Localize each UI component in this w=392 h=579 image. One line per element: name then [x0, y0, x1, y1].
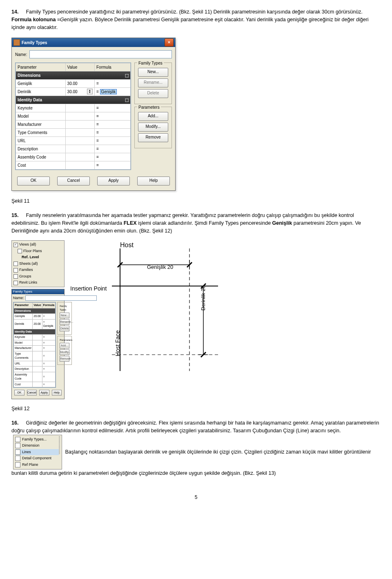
para14-formula-lead: Formula kolonuna: [11, 17, 57, 22]
cancel-button[interactable]: Cancel: [57, 177, 90, 186]
design-bar-snippet: Family Types... Dimension Lines Detail C…: [13, 435, 62, 470]
grip-icon[interactable]: [59, 436, 60, 454]
formula-selected[interactable]: Genişlik: [100, 89, 117, 94]
ok-button[interactable]: OK: [17, 177, 50, 186]
remove-button[interactable]: Remove: [138, 133, 168, 142]
section-dimensions[interactable]: Dimensions⬚: [16, 72, 131, 80]
para14-a: Family Types penceresinde yarattığınız i…: [26, 9, 362, 15]
section-identity[interactable]: Identity Data⬚: [16, 96, 131, 104]
spinner-icon[interactable]: ▴▾: [87, 89, 93, 94]
col-parameter[interactable]: Parameter: [16, 63, 66, 72]
help-button[interactable]: Help: [137, 177, 170, 186]
mini-family-types-dialog: Family Types Name: ParameterValueFormula…: [11, 289, 65, 400]
para-15: 15. Family nesnelerin yaratılmasında her…: [11, 212, 381, 235]
row-genislik[interactable]: Genişlik 30.00 =: [16, 80, 131, 88]
detail-comp-icon[interactable]: [15, 456, 20, 461]
tree-expand-icon[interactable]: [13, 243, 18, 247]
table-row[interactable]: URL=: [16, 137, 131, 145]
table-row[interactable]: Cost=: [16, 161, 131, 170]
dialog-title: Family Types: [22, 40, 47, 46]
caption-12: Şekil 12: [11, 405, 381, 413]
rename-button: Rename...: [138, 78, 168, 87]
page-number: 5: [11, 494, 381, 501]
name-input[interactable]: [29, 50, 172, 58]
delete-button: Delete: [138, 89, 168, 98]
col-value[interactable]: Value: [65, 63, 94, 72]
lines-icon[interactable]: [15, 449, 20, 455]
family-types-dialog: Family Types × Name: Parameter Value For…: [11, 38, 176, 191]
item-num-16: 16.: [11, 419, 24, 427]
item-num-14: 14.: [11, 8, 24, 16]
table-row[interactable]: Assembly Code=: [16, 153, 131, 161]
apply-button[interactable]: Apply: [97, 177, 130, 186]
close-icon[interactable]: ×: [165, 38, 174, 47]
table-row[interactable]: Model=: [16, 112, 131, 121]
table-row[interactable]: Keynote=: [16, 104, 131, 112]
para14-formula-val: =Genişlik: [57, 17, 78, 22]
ref-plane-icon[interactable]: [15, 462, 20, 467]
table-row[interactable]: Type Comments=: [16, 129, 131, 137]
group-parameters: Parameters Add... Modify... Remove: [134, 107, 172, 148]
table-row[interactable]: Description=: [16, 145, 131, 153]
label-insertion: Insertion Point: [70, 284, 107, 293]
item-num-15: 15.: [11, 212, 24, 219]
name-label: Name:: [15, 51, 27, 58]
params-table-wrap: Parameter Value Formula Dimensions⬚ Geni…: [15, 63, 131, 170]
para-14: 14. Family Types penceresinde yarattığın…: [11, 8, 381, 31]
row-derinlik[interactable]: Derinlik 30.00▴▾ = Genişlik: [16, 88, 131, 96]
modify-button[interactable]: Modify...: [138, 123, 168, 132]
add-button[interactable]: Add...: [138, 112, 168, 121]
plan-svg: [112, 248, 218, 371]
family-types-icon[interactable]: [15, 437, 20, 442]
drawing-canvas: Host Insertion Point Genişlik 20 Derinli…: [68, 240, 231, 379]
project-browser: Views (all) Floor Plans Ref. Level Sheet…: [11, 240, 65, 287]
caption-11: Şekil 11: [11, 197, 381, 205]
col-formula[interactable]: Formula: [94, 63, 130, 72]
para-16: 16. Girdiğiniz değerler ile geometrinin …: [11, 419, 381, 477]
app-icon: [13, 39, 20, 46]
new-button[interactable]: New...: [138, 68, 168, 77]
params-table: Parameter Value Formula Dimensions⬚ Geni…: [16, 63, 131, 170]
dialog-titlebar: Family Types ×: [12, 38, 175, 47]
screenshot-12: Views (all) Floor Plans Ref. Level Sheet…: [11, 240, 381, 399]
dimension-icon[interactable]: [15, 443, 20, 448]
table-row[interactable]: Manufacturer=: [16, 121, 131, 129]
group-family-types: Family Types New... Rename... Delete: [134, 63, 172, 104]
